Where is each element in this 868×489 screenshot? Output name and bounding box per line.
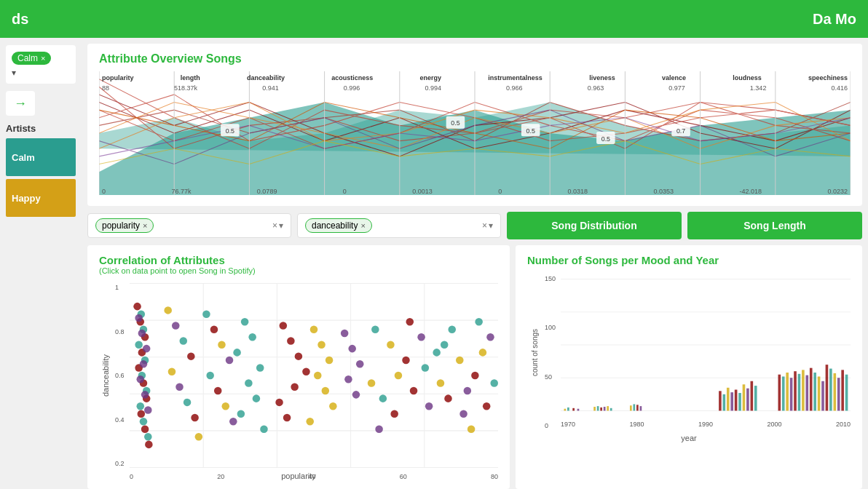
svg-point-76 (317, 341, 326, 349)
dropdown-danceability-tag: danceability × (305, 218, 372, 233)
scatter-x-ticks: 020406080 (130, 473, 498, 480)
svg-text:0.5: 0.5 (451, 119, 459, 127)
svg-rect-141 (593, 407, 596, 410)
song-distribution-tab[interactable]: Song Distribution (507, 212, 682, 239)
svg-rect-176 (837, 378, 840, 410)
svg-rect-143 (600, 408, 602, 411)
svg-rect-170 (813, 373, 816, 410)
svg-point-41 (140, 418, 148, 426)
svg-point-98 (448, 325, 456, 333)
svg-point-129 (184, 399, 192, 407)
filter-box: Calm × ▾ (6, 45, 76, 84)
scatter-subtitle: (Click on data point to open Song in Spo… (99, 266, 498, 275)
svg-rect-157 (743, 384, 746, 410)
dropdown-danceability-arrows[interactable]: ×▾ (482, 220, 493, 231)
dropdown-danceability-close[interactable]: × (360, 221, 365, 230)
svg-point-73 (275, 399, 283, 407)
filter-tag-label: Calm (17, 53, 38, 63)
svg-point-87 (371, 325, 379, 333)
svg-text:0.5: 0.5 (226, 127, 234, 135)
svg-text:0.7: 0.7 (676, 127, 685, 135)
svg-rect-155 (735, 390, 738, 411)
distribution-y-label: count of songs (527, 272, 542, 432)
svg-rect-153 (727, 388, 730, 411)
svg-point-128 (175, 383, 184, 391)
controls-row: popularity × ×▾ danceability × ×▾ Song D… (87, 212, 862, 239)
svg-point-120 (214, 387, 222, 395)
svg-point-94 (425, 402, 433, 410)
svg-rect-160 (754, 386, 757, 410)
svg-rect-167 (802, 370, 805, 410)
svg-rect-172 (821, 381, 824, 411)
svg-point-127 (168, 367, 176, 375)
svg-rect-154 (730, 392, 733, 410)
svg-rect-166 (798, 374, 801, 411)
svg-rect-164 (790, 378, 793, 410)
svg-rect-146 (610, 408, 612, 411)
svg-point-72 (291, 383, 299, 391)
svg-rect-171 (818, 376, 821, 410)
scatter-panel: Correlation of Attributes (Click on data… (87, 245, 510, 489)
chevron-down-button[interactable]: ▾ (12, 68, 16, 78)
svg-rect-148 (634, 404, 636, 410)
svg-point-52 (145, 441, 153, 449)
dropdown-popularity-close[interactable]: × (143, 221, 147, 230)
scatter-svg (130, 281, 498, 470)
arrow-icon: → (14, 96, 27, 111)
svg-point-115 (202, 310, 210, 318)
svg-point-112 (483, 402, 491, 410)
filter-tag-close[interactable]: × (41, 54, 45, 63)
dropdown-danceability[interactable]: danceability × ×▾ (297, 213, 501, 238)
dropdown-popularity-arrows[interactable]: ×▾ (272, 220, 283, 231)
mood-label-calm: Calm (12, 152, 35, 163)
svg-point-54 (138, 330, 146, 338)
svg-point-89 (402, 357, 410, 365)
svg-text:0.5: 0.5 (526, 127, 535, 135)
svg-rect-152 (723, 394, 726, 411)
dropdown-popularity[interactable]: popularity × ×▾ (87, 213, 291, 238)
svg-point-85 (344, 375, 352, 383)
mood-item-calm[interactable]: Calm (6, 138, 76, 176)
svg-point-71 (302, 367, 310, 375)
dropdown-popularity-tag: popularity × (95, 218, 154, 233)
svg-point-56 (140, 360, 148, 368)
svg-rect-173 (826, 365, 829, 410)
svg-rect-161 (778, 375, 781, 411)
svg-rect-178 (845, 375, 848, 411)
arrow-button[interactable]: → (6, 91, 35, 116)
svg-point-65 (253, 394, 261, 402)
svg-point-88 (387, 341, 395, 349)
svg-point-63 (256, 364, 264, 372)
svg-point-79 (322, 387, 330, 395)
svg-point-119 (206, 372, 214, 380)
svg-rect-177 (841, 370, 844, 410)
svg-rect-169 (810, 368, 813, 411)
svg-point-86 (352, 391, 360, 399)
svg-point-123 (164, 306, 172, 314)
svg-point-108 (444, 394, 452, 402)
svg-point-96 (456, 357, 464, 365)
svg-point-64 (245, 379, 253, 387)
svg-point-113 (486, 333, 494, 341)
svg-rect-156 (738, 393, 741, 410)
svg-rect-140 (577, 409, 580, 411)
mood-item-happy[interactable]: Happy (6, 179, 76, 217)
svg-point-90 (417, 333, 425, 341)
distribution-x-ticks: 19701980199020002010 (561, 421, 851, 428)
svg-rect-139 (572, 408, 575, 411)
svg-point-99 (464, 387, 472, 395)
svg-point-80 (329, 402, 337, 410)
song-length-tab[interactable]: Song Length (687, 212, 862, 239)
svg-point-130 (191, 414, 199, 422)
svg-rect-159 (751, 381, 754, 411)
svg-point-107 (437, 379, 445, 387)
svg-point-81 (306, 418, 314, 426)
filter-tag-calm[interactable]: Calm × (12, 52, 51, 65)
svg-point-66 (237, 410, 245, 418)
svg-point-110 (475, 318, 483, 326)
svg-rect-151 (719, 391, 722, 410)
svg-point-111 (467, 426, 476, 434)
svg-rect-142 (597, 406, 599, 410)
svg-point-50 (138, 410, 146, 418)
svg-point-104 (375, 426, 383, 434)
